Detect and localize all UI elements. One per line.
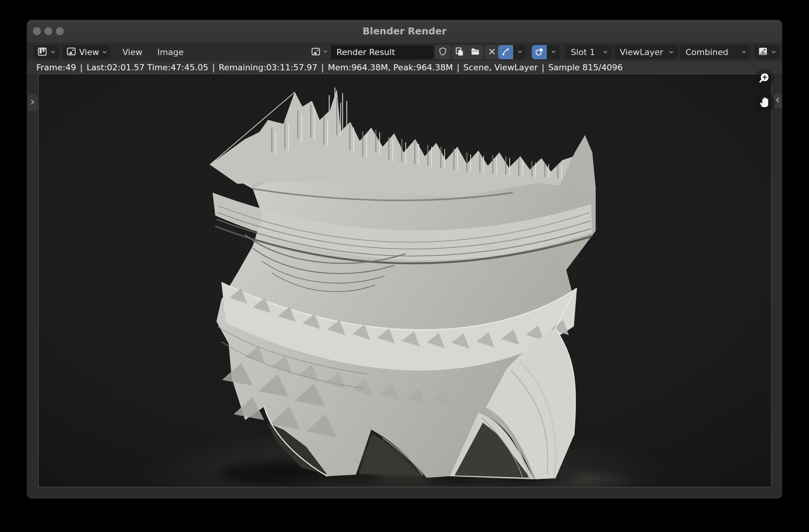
chevron-down-icon	[517, 49, 523, 56]
rendered-image	[39, 74, 771, 487]
status-separator: |	[456, 63, 459, 72]
slot-select[interactable]: Slot 1	[565, 45, 612, 59]
chevron-down-icon	[771, 47, 777, 57]
chevron-down-icon	[741, 47, 747, 57]
folder-icon	[470, 47, 480, 58]
status-separator: |	[321, 63, 324, 72]
image-icon	[311, 47, 321, 58]
menu-view[interactable]: View	[119, 45, 146, 59]
zoom-in-gizmo[interactable]	[754, 69, 774, 89]
show-gizmos-toggle[interactable]	[498, 45, 513, 59]
chevron-down-icon	[551, 49, 556, 56]
blender-window: Blender Render	[27, 20, 782, 499]
chevron-down-icon	[323, 49, 328, 55]
mode-dropdown[interactable]: View	[63, 45, 111, 59]
chevron-down-icon	[102, 47, 107, 57]
mode-label: View	[79, 47, 99, 57]
render-pass-select[interactable]: Combined	[680, 45, 751, 59]
image-editor-icon	[37, 46, 47, 58]
status-sample: Sample 815/4096	[548, 63, 623, 72]
status-remaining: Remaining:03:11:57.97	[219, 63, 317, 72]
close-x-icon	[487, 47, 497, 57]
editor-type-dropdown[interactable]	[34, 45, 59, 59]
viewlayer-select-value: ViewLayer	[620, 47, 663, 57]
fake-user-shield-button[interactable]	[435, 45, 450, 59]
chevron-left-icon	[774, 97, 781, 105]
status-separator: |	[212, 63, 215, 72]
viewlayer-select[interactable]: ViewLayer	[614, 45, 678, 59]
chevron-down-icon	[603, 47, 608, 57]
shield-icon	[438, 47, 448, 58]
duplicate-icon	[455, 47, 465, 58]
render-pass-select-value: Combined	[686, 47, 728, 57]
render-status-bar: Frame:49 | Last:02:01.57 Time:47:45.05 |…	[27, 61, 782, 74]
image-icon	[66, 46, 76, 58]
pan-gizmo[interactable]	[755, 93, 775, 113]
open-image-button[interactable]	[468, 45, 483, 59]
window-title: Blender Render	[27, 20, 782, 43]
status-time: Last:02:01.57 Time:47:45.05	[86, 63, 208, 72]
slot-select-value: Slot 1	[571, 47, 595, 57]
chevron-down-icon	[50, 47, 56, 57]
titlebar[interactable]: Blender Render	[27, 20, 782, 43]
menu-image[interactable]: Image	[154, 45, 187, 59]
image-name-field[interactable]	[331, 45, 434, 59]
desktop: { "window": { "title": "Blender Render",…	[0, 0, 809, 532]
gizmos-dropdown[interactable]	[513, 45, 526, 59]
status-memory: Mem:964.38M, Peak:964.38M	[328, 63, 453, 72]
show-overlays-toggle[interactable]	[532, 45, 547, 59]
status-scene: Scene, ViewLayer	[463, 63, 538, 72]
editor-header: View View Image	[27, 43, 782, 61]
chevron-right-icon	[29, 99, 36, 107]
gizmo-arrow-icon	[501, 47, 511, 58]
chevron-down-icon	[668, 47, 674, 57]
overlays-spheres-icon	[534, 47, 544, 58]
image-browse-dropdown[interactable]	[308, 45, 331, 59]
expand-toolbar-arrow[interactable]	[28, 94, 37, 111]
status-frame: Frame:49	[36, 63, 76, 72]
overlays-dropdown[interactable]	[547, 45, 560, 59]
display-channels-dropdown[interactable]	[754, 45, 780, 59]
status-separator: |	[80, 63, 83, 72]
render-view[interactable]	[38, 74, 772, 487]
new-image-button[interactable]	[452, 45, 467, 59]
unlink-image-button[interactable]	[484, 45, 500, 59]
display-channels-icon	[758, 46, 768, 58]
status-separator: |	[541, 63, 544, 72]
hand-icon	[759, 96, 771, 110]
zoom-in-magnifier-icon	[758, 72, 771, 86]
